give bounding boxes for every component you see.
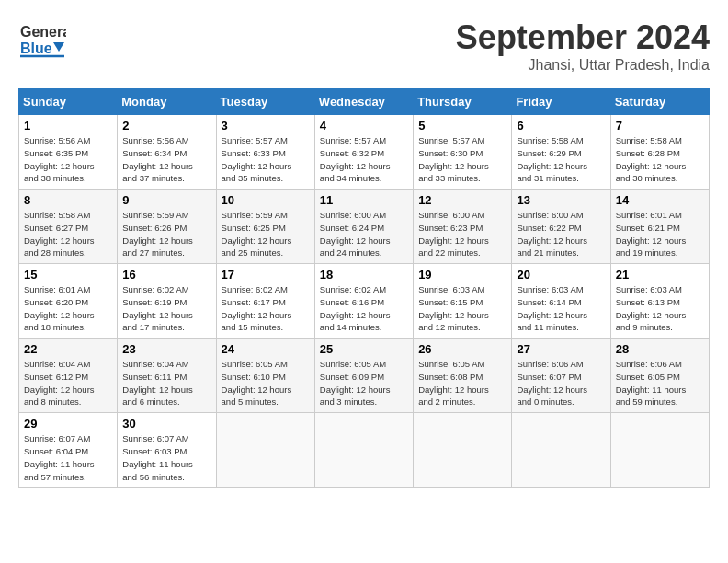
calendar-cell: 30Sunrise: 6:07 AMSunset: 6:03 PMDayligh… (118, 413, 216, 488)
svg-text:Blue: Blue (20, 40, 52, 56)
day-info: Sunrise: 5:59 AMSunset: 6:25 PMDaylight:… (222, 209, 310, 259)
calendar-week-5: 29Sunrise: 6:07 AMSunset: 6:04 PMDayligh… (19, 413, 710, 488)
day-number: 14 (616, 193, 704, 207)
calendar-week-2: 8Sunrise: 5:58 AMSunset: 6:27 PMDaylight… (19, 190, 710, 264)
calendar-cell (512, 413, 610, 488)
calendar-cell: 24Sunrise: 6:05 AMSunset: 6:10 PMDayligh… (216, 339, 314, 413)
calendar-cell: 16Sunrise: 6:02 AMSunset: 6:19 PMDayligh… (118, 264, 216, 339)
day-info: Sunrise: 5:58 AMSunset: 6:29 PMDaylight:… (517, 134, 605, 185)
day-number: 27 (517, 342, 605, 356)
calendar-body: 1Sunrise: 5:56 AMSunset: 6:35 PMDaylight… (19, 115, 710, 488)
day-info: Sunrise: 5:56 AMSunset: 6:34 PMDaylight:… (122, 134, 210, 185)
day-info: Sunrise: 6:05 AMSunset: 6:10 PMDaylight:… (222, 358, 310, 408)
day-info: Sunrise: 6:07 AMSunset: 6:03 PMDaylight:… (122, 432, 210, 483)
day-number: 2 (122, 119, 210, 132)
day-number: 6 (517, 119, 605, 132)
svg-text:General: General (20, 24, 66, 40)
calendar-week-4: 22Sunrise: 6:04 AMSunset: 6:12 PMDayligh… (19, 339, 710, 413)
calendar-cell (414, 413, 512, 488)
weekday-header-sunday: Sunday (19, 89, 118, 115)
day-info: Sunrise: 6:02 AMSunset: 6:16 PMDaylight:… (320, 283, 408, 334)
day-info: Sunrise: 5:57 AMSunset: 6:32 PMDaylight:… (320, 134, 408, 185)
day-info: Sunrise: 6:03 AMSunset: 6:13 PMDaylight:… (616, 283, 704, 334)
day-number: 13 (517, 193, 605, 207)
calendar-cell: 4Sunrise: 5:57 AMSunset: 6:32 PMDaylight… (314, 115, 413, 190)
calendar-cell: 13Sunrise: 6:00 AMSunset: 6:22 PMDayligh… (512, 190, 610, 264)
calendar-cell: 20Sunrise: 6:03 AMSunset: 6:14 PMDayligh… (512, 264, 610, 339)
day-number: 26 (418, 342, 506, 356)
calendar-cell: 6Sunrise: 5:58 AMSunset: 6:29 PMDaylight… (512, 115, 610, 190)
day-info: Sunrise: 6:00 AMSunset: 6:23 PMDaylight:… (418, 209, 506, 259)
calendar-cell: 18Sunrise: 6:02 AMSunset: 6:16 PMDayligh… (314, 264, 413, 339)
calendar-cell: 12Sunrise: 6:00 AMSunset: 6:23 PMDayligh… (414, 190, 512, 264)
calendar-cell: 5Sunrise: 5:57 AMSunset: 6:30 PMDaylight… (414, 115, 512, 190)
location-title: Jhansi, Uttar Pradesh, India (456, 57, 710, 74)
day-number: 8 (24, 193, 112, 207)
calendar-week-1: 1Sunrise: 5:56 AMSunset: 6:35 PMDaylight… (19, 115, 710, 190)
calendar-cell: 8Sunrise: 5:58 AMSunset: 6:27 PMDaylight… (19, 190, 118, 264)
day-number: 25 (320, 342, 408, 356)
calendar-week-3: 15Sunrise: 6:01 AMSunset: 6:20 PMDayligh… (19, 264, 710, 339)
day-number: 12 (418, 193, 506, 207)
day-number: 11 (320, 193, 408, 207)
title-block: September 2024 Jhansi, Uttar Pradesh, In… (456, 18, 710, 74)
day-number: 24 (222, 342, 310, 356)
day-info: Sunrise: 6:03 AMSunset: 6:15 PMDaylight:… (418, 283, 506, 334)
day-number: 5 (418, 119, 506, 132)
weekday-header-wednesday: Wednesday (314, 89, 413, 115)
day-info: Sunrise: 6:03 AMSunset: 6:14 PMDaylight:… (517, 283, 605, 334)
day-number: 3 (222, 119, 310, 132)
weekday-header-thursday: Thursday (414, 89, 512, 115)
day-number: 15 (24, 268, 112, 282)
calendar-cell: 15Sunrise: 6:01 AMSunset: 6:20 PMDayligh… (19, 264, 118, 339)
weekday-header-friday: Friday (512, 89, 610, 115)
calendar-cell (314, 413, 413, 488)
calendar-cell: 9Sunrise: 5:59 AMSunset: 6:26 PMDaylight… (118, 190, 216, 264)
calendar-cell: 27Sunrise: 6:06 AMSunset: 6:07 PMDayligh… (512, 339, 610, 413)
day-info: Sunrise: 6:01 AMSunset: 6:21 PMDaylight:… (616, 209, 704, 259)
day-number: 30 (122, 417, 210, 431)
svg-marker-2 (53, 42, 64, 52)
logo: General Blue (18, 18, 66, 59)
day-number: 23 (122, 342, 210, 356)
day-number: 10 (222, 193, 310, 207)
day-info: Sunrise: 5:58 AMSunset: 6:28 PMDaylight:… (616, 134, 704, 185)
day-info: Sunrise: 6:01 AMSunset: 6:20 PMDaylight:… (24, 283, 112, 334)
calendar-cell: 17Sunrise: 6:02 AMSunset: 6:17 PMDayligh… (216, 264, 314, 339)
weekday-header-saturday: Saturday (610, 89, 709, 115)
calendar-cell: 2Sunrise: 5:56 AMSunset: 6:34 PMDaylight… (118, 115, 216, 190)
calendar-table: SundayMondayTuesdayWednesdayThursdayFrid… (18, 88, 710, 488)
calendar-cell: 19Sunrise: 6:03 AMSunset: 6:15 PMDayligh… (414, 264, 512, 339)
calendar-cell: 21Sunrise: 6:03 AMSunset: 6:13 PMDayligh… (610, 264, 709, 339)
day-number: 16 (122, 268, 210, 282)
day-number: 9 (122, 193, 210, 207)
day-info: Sunrise: 6:06 AMSunset: 6:05 PMDaylight:… (616, 358, 704, 408)
day-number: 19 (418, 268, 506, 282)
day-number: 21 (616, 268, 704, 282)
calendar-cell: 29Sunrise: 6:07 AMSunset: 6:04 PMDayligh… (19, 413, 118, 488)
calendar-cell: 3Sunrise: 5:57 AMSunset: 6:33 PMDaylight… (216, 115, 314, 190)
day-info: Sunrise: 6:02 AMSunset: 6:17 PMDaylight:… (222, 283, 310, 334)
day-number: 7 (616, 119, 704, 132)
calendar-cell (216, 413, 314, 488)
calendar-cell: 7Sunrise: 5:58 AMSunset: 6:28 PMDaylight… (610, 115, 709, 190)
day-info: Sunrise: 5:57 AMSunset: 6:30 PMDaylight:… (418, 134, 506, 185)
day-info: Sunrise: 5:57 AMSunset: 6:33 PMDaylight:… (222, 134, 310, 185)
day-number: 22 (24, 342, 112, 356)
calendar-cell: 26Sunrise: 6:05 AMSunset: 6:08 PMDayligh… (414, 339, 512, 413)
page-header: General Blue September 2024 Jhansi, Utta… (18, 18, 710, 74)
day-number: 29 (24, 417, 112, 431)
day-info: Sunrise: 6:00 AMSunset: 6:24 PMDaylight:… (320, 209, 408, 259)
weekday-header-monday: Monday (118, 89, 216, 115)
day-info: Sunrise: 6:04 AMSunset: 6:12 PMDaylight:… (24, 358, 112, 408)
day-number: 20 (517, 268, 605, 282)
day-number: 28 (616, 342, 704, 356)
day-info: Sunrise: 5:59 AMSunset: 6:26 PMDaylight:… (122, 209, 210, 259)
day-info: Sunrise: 6:05 AMSunset: 6:08 PMDaylight:… (418, 358, 506, 408)
month-title: September 2024 (456, 18, 710, 57)
calendar-cell: 25Sunrise: 6:05 AMSunset: 6:09 PMDayligh… (314, 339, 413, 413)
day-number: 4 (320, 119, 408, 132)
day-info: Sunrise: 6:00 AMSunset: 6:22 PMDaylight:… (517, 209, 605, 259)
day-number: 1 (24, 119, 112, 132)
calendar-cell: 22Sunrise: 6:04 AMSunset: 6:12 PMDayligh… (19, 339, 118, 413)
